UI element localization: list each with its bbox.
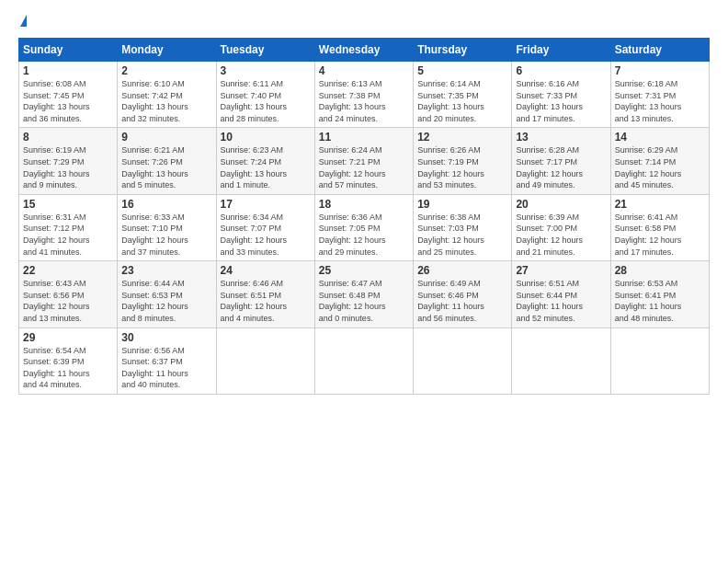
day-number: 22 [23, 264, 113, 277]
day-info: Sunrise: 6:14 AM Sunset: 7:35 PM Dayligh… [417, 78, 507, 124]
day-number: 24 [221, 264, 311, 277]
calendar-cell: 26Sunrise: 6:49 AM Sunset: 6:46 PM Dayli… [414, 261, 512, 327]
day-number: 7 [615, 64, 705, 77]
calendar-day-header: Sunday [19, 39, 118, 62]
day-number: 18 [319, 198, 409, 211]
day-number: 25 [319, 264, 409, 277]
calendar-cell: 13Sunrise: 6:28 AM Sunset: 7:17 PM Dayli… [512, 128, 610, 194]
calendar-cell: 10Sunrise: 6:23 AM Sunset: 7:24 PM Dayli… [216, 128, 314, 194]
day-number: 3 [221, 64, 311, 77]
day-info: Sunrise: 6:24 AM Sunset: 7:21 PM Dayligh… [319, 144, 409, 190]
calendar-cell: 17Sunrise: 6:34 AM Sunset: 7:07 PM Dayli… [216, 194, 314, 260]
day-number: 29 [23, 331, 113, 344]
day-number: 30 [121, 331, 211, 344]
day-info: Sunrise: 6:10 AM Sunset: 7:42 PM Dayligh… [121, 78, 211, 124]
header [18, 17, 710, 29]
logo-triangle-icon [20, 15, 27, 27]
calendar-cell [512, 327, 610, 394]
day-info: Sunrise: 6:19 AM Sunset: 7:29 PM Dayligh… [23, 144, 113, 190]
calendar-day-header: Friday [512, 39, 610, 62]
day-number: 19 [417, 198, 507, 211]
day-number: 14 [615, 131, 705, 144]
day-info: Sunrise: 6:51 AM Sunset: 6:44 PM Dayligh… [516, 278, 606, 324]
calendar-cell: 21Sunrise: 6:41 AM Sunset: 6:58 PM Dayli… [610, 194, 709, 260]
day-info: Sunrise: 6:34 AM Sunset: 7:07 PM Dayligh… [221, 212, 311, 258]
day-info: Sunrise: 6:43 AM Sunset: 6:56 PM Dayligh… [23, 278, 113, 324]
day-number: 12 [417, 131, 507, 144]
calendar-cell: 29Sunrise: 6:54 AM Sunset: 6:39 PM Dayli… [19, 327, 118, 394]
calendar-cell: 30Sunrise: 6:56 AM Sunset: 6:37 PM Dayli… [118, 327, 216, 394]
day-number: 20 [516, 198, 606, 211]
page: SundayMondayTuesdayWednesdayThursdayFrid… [0, 0, 728, 563]
day-number: 4 [319, 64, 409, 77]
day-number: 17 [221, 198, 311, 211]
calendar-header-row: SundayMondayTuesdayWednesdayThursdayFrid… [19, 39, 710, 62]
calendar-cell: 12Sunrise: 6:26 AM Sunset: 7:19 PM Dayli… [414, 128, 512, 194]
calendar-week-row: 22Sunrise: 6:43 AM Sunset: 6:56 PM Dayli… [19, 261, 710, 327]
day-number: 27 [516, 264, 606, 277]
day-info: Sunrise: 6:41 AM Sunset: 6:58 PM Dayligh… [615, 212, 705, 258]
calendar-cell: 23Sunrise: 6:44 AM Sunset: 6:53 PM Dayli… [118, 261, 216, 327]
calendar-cell: 5Sunrise: 6:14 AM Sunset: 7:35 PM Daylig… [414, 62, 512, 128]
day-info: Sunrise: 6:13 AM Sunset: 7:38 PM Dayligh… [319, 78, 409, 124]
calendar-cell [414, 327, 512, 394]
calendar-cell: 11Sunrise: 6:24 AM Sunset: 7:21 PM Dayli… [314, 128, 413, 194]
day-number: 15 [23, 198, 113, 211]
calendar-cell: 16Sunrise: 6:33 AM Sunset: 7:10 PM Dayli… [118, 194, 216, 260]
day-info: Sunrise: 6:54 AM Sunset: 6:39 PM Dayligh… [23, 345, 113, 391]
calendar-cell [216, 327, 314, 394]
day-number: 21 [615, 198, 705, 211]
day-info: Sunrise: 6:46 AM Sunset: 6:51 PM Dayligh… [221, 278, 311, 324]
calendar-cell: 18Sunrise: 6:36 AM Sunset: 7:05 PM Dayli… [314, 194, 413, 260]
calendar-cell: 8Sunrise: 6:19 AM Sunset: 7:29 PM Daylig… [19, 128, 118, 194]
day-info: Sunrise: 6:49 AM Sunset: 6:46 PM Dayligh… [417, 278, 507, 324]
calendar-day-header: Tuesday [216, 39, 314, 62]
calendar-cell: 19Sunrise: 6:38 AM Sunset: 7:03 PM Dayli… [414, 194, 512, 260]
logo [18, 17, 27, 29]
day-info: Sunrise: 6:11 AM Sunset: 7:40 PM Dayligh… [221, 78, 311, 124]
calendar-day-header: Wednesday [314, 39, 413, 62]
day-info: Sunrise: 6:33 AM Sunset: 7:10 PM Dayligh… [121, 212, 211, 258]
calendar-cell: 15Sunrise: 6:31 AM Sunset: 7:12 PM Dayli… [19, 194, 118, 260]
calendar-cell: 22Sunrise: 6:43 AM Sunset: 6:56 PM Dayli… [19, 261, 118, 327]
calendar-cell [610, 327, 709, 394]
day-number: 23 [121, 264, 211, 277]
calendar-cell: 2Sunrise: 6:10 AM Sunset: 7:42 PM Daylig… [118, 62, 216, 128]
calendar-cell: 25Sunrise: 6:47 AM Sunset: 6:48 PM Dayli… [314, 261, 413, 327]
day-number: 5 [417, 64, 507, 77]
day-number: 2 [121, 64, 211, 77]
day-number: 13 [516, 131, 606, 144]
day-info: Sunrise: 6:23 AM Sunset: 7:24 PM Dayligh… [221, 144, 311, 190]
calendar-cell: 20Sunrise: 6:39 AM Sunset: 7:00 PM Dayli… [512, 194, 610, 260]
day-info: Sunrise: 6:08 AM Sunset: 7:45 PM Dayligh… [23, 78, 113, 124]
calendar-cell: 28Sunrise: 6:53 AM Sunset: 6:41 PM Dayli… [610, 261, 709, 327]
calendar-cell: 1Sunrise: 6:08 AM Sunset: 7:45 PM Daylig… [19, 62, 118, 128]
day-info: Sunrise: 6:26 AM Sunset: 7:19 PM Dayligh… [417, 144, 507, 190]
calendar-cell: 27Sunrise: 6:51 AM Sunset: 6:44 PM Dayli… [512, 261, 610, 327]
day-number: 9 [121, 131, 211, 144]
calendar-day-header: Thursday [414, 39, 512, 62]
calendar-cell: 3Sunrise: 6:11 AM Sunset: 7:40 PM Daylig… [216, 62, 314, 128]
calendar: SundayMondayTuesdayWednesdayThursdayFrid… [18, 38, 710, 395]
calendar-week-row: 8Sunrise: 6:19 AM Sunset: 7:29 PM Daylig… [19, 128, 710, 194]
day-info: Sunrise: 6:44 AM Sunset: 6:53 PM Dayligh… [121, 278, 211, 324]
day-number: 16 [121, 198, 211, 211]
calendar-day-header: Saturday [610, 39, 709, 62]
calendar-week-row: 29Sunrise: 6:54 AM Sunset: 6:39 PM Dayli… [19, 327, 710, 394]
day-number: 11 [319, 131, 409, 144]
day-info: Sunrise: 6:56 AM Sunset: 6:37 PM Dayligh… [121, 345, 211, 391]
calendar-cell: 4Sunrise: 6:13 AM Sunset: 7:38 PM Daylig… [314, 62, 413, 128]
day-number: 26 [417, 264, 507, 277]
calendar-cell: 9Sunrise: 6:21 AM Sunset: 7:26 PM Daylig… [118, 128, 216, 194]
day-info: Sunrise: 6:36 AM Sunset: 7:05 PM Dayligh… [319, 212, 409, 258]
calendar-cell: 6Sunrise: 6:16 AM Sunset: 7:33 PM Daylig… [512, 62, 610, 128]
calendar-cell [314, 327, 413, 394]
calendar-cell: 7Sunrise: 6:18 AM Sunset: 7:31 PM Daylig… [610, 62, 709, 128]
day-info: Sunrise: 6:39 AM Sunset: 7:00 PM Dayligh… [516, 212, 606, 258]
day-number: 28 [615, 264, 705, 277]
calendar-cell: 24Sunrise: 6:46 AM Sunset: 6:51 PM Dayli… [216, 261, 314, 327]
day-info: Sunrise: 6:53 AM Sunset: 6:41 PM Dayligh… [615, 278, 705, 324]
day-number: 8 [23, 131, 113, 144]
calendar-day-header: Monday [118, 39, 216, 62]
day-info: Sunrise: 6:47 AM Sunset: 6:48 PM Dayligh… [319, 278, 409, 324]
